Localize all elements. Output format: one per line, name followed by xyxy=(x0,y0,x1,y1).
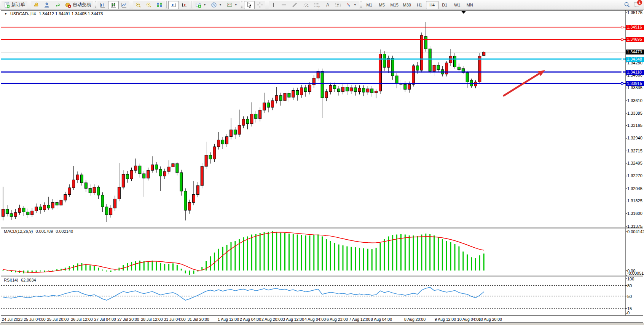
tile-windows-button[interactable] xyxy=(154,1,165,9)
timeframe-button-h4[interactable]: H4 xyxy=(426,1,438,9)
timeframe-button-m1[interactable]: M1 xyxy=(363,1,376,9)
alerts-button[interactable] xyxy=(31,1,41,9)
dropdown-caret-icon: ▼ xyxy=(219,3,222,6)
timeframe-group: M1M5M15M30H1H4D1W1MN xyxy=(363,1,476,9)
new-order-button[interactable]: 新订单 xyxy=(2,1,27,9)
horizontal-lines-group xyxy=(1,26,626,85)
zoom-out-button[interactable] xyxy=(143,1,154,9)
community-button[interactable] xyxy=(41,1,52,9)
hline-handle xyxy=(621,58,623,60)
date-axis-label: 6 Aug 23:00 xyxy=(327,317,348,322)
price-axis-tick: 1.32045 xyxy=(627,186,642,191)
periods-button[interactable]: ▼ xyxy=(209,1,224,9)
date-axis-label: 10 Aug 04:00 xyxy=(457,317,481,322)
auto-trading-button[interactable]: 自动交易 xyxy=(63,1,93,9)
date-axis-label: 9 Aug 12:00 xyxy=(435,317,456,322)
auto-scroll-button[interactable] xyxy=(168,1,179,9)
date-axis-label: 28 Jul 12:00 xyxy=(141,317,163,322)
text-tool-button[interactable]: A xyxy=(323,1,333,9)
arrows-tool-button[interactable]: ▼ xyxy=(343,1,359,9)
timeframe-button-h1[interactable]: H1 xyxy=(413,1,426,9)
auto-scroll-icon xyxy=(171,2,177,8)
macd-axis-tick: -0.000511 xyxy=(627,271,644,275)
macd-axis-tick: 0.004142 xyxy=(627,229,644,234)
toolbar-grip xyxy=(360,2,362,8)
new-order-icon xyxy=(4,2,10,8)
clock-icon xyxy=(211,2,217,8)
gold-icon xyxy=(33,2,39,8)
template-icon xyxy=(226,2,233,8)
current-price-badge: 1.34473 xyxy=(626,50,644,54)
svg-text:A: A xyxy=(326,2,329,8)
fibonacci-tool-button[interactable]: F xyxy=(311,1,323,9)
channel-tool-button[interactable]: E xyxy=(300,1,311,9)
rsi-pane-label: RSI(14) 62.0034 xyxy=(4,278,36,282)
auto-trading-icon xyxy=(65,2,71,8)
candlestick-chart-button[interactable] xyxy=(108,1,119,9)
line-chart-button[interactable] xyxy=(119,1,129,9)
toolbar-separator xyxy=(131,1,131,8)
vertical-line-icon xyxy=(271,2,276,8)
chart-canvas[interactable] xyxy=(0,0,644,325)
svg-text:F: F xyxy=(319,6,320,8)
timeframe-button-m30[interactable]: M30 xyxy=(401,1,413,9)
chart-shift-button[interactable] xyxy=(179,1,190,9)
price-level-badge: 1.34348 xyxy=(626,57,644,62)
price-axis-tick: 1.35175 xyxy=(627,10,642,15)
templates-button[interactable]: ▼ xyxy=(224,1,240,9)
horizontal-line-tool-button[interactable] xyxy=(279,1,289,9)
hline-handle xyxy=(621,71,623,73)
equidistant-channel-icon: E xyxy=(302,2,309,8)
price-axis-tick: 1.33165 xyxy=(627,123,642,128)
macd-signal-value: 0.002140 xyxy=(56,229,73,234)
vertical-line-tool-button[interactable] xyxy=(269,1,279,9)
toolbar-separator xyxy=(166,1,167,8)
timeframe-button-w1[interactable]: W1 xyxy=(451,1,464,9)
indicators-icon xyxy=(195,2,201,8)
toolbar-separator xyxy=(267,1,267,8)
timeframe-button-m5[interactable]: M5 xyxy=(376,1,388,9)
price-axis-tick: 1.32940 xyxy=(627,136,642,140)
fibonacci-icon: F xyxy=(314,2,320,8)
rsi-axis-tick: 0 xyxy=(627,311,630,315)
tile-windows-icon xyxy=(156,2,163,8)
dropdown-caret-icon: ▼ xyxy=(234,3,238,6)
timeframe-button-d1[interactable]: D1 xyxy=(438,1,451,9)
price-axis-tick: 1.31600 xyxy=(627,211,642,216)
price-axis-tick: 1.31825 xyxy=(627,199,642,203)
new-order-label: 新订单 xyxy=(11,2,25,8)
toolbar-right-group: 1 xyxy=(624,2,642,8)
chat-notification-icon[interactable]: 1 xyxy=(633,2,640,8)
trendline-icon xyxy=(292,2,298,8)
rsi-axis-tick: 100 xyxy=(627,277,634,281)
timeframe-button-mn[interactable]: MN xyxy=(464,1,476,9)
trendline-tool-button[interactable] xyxy=(289,1,300,9)
arrow-objects-icon xyxy=(346,2,352,8)
price-axis-tick: 1.33385 xyxy=(627,111,642,115)
indicators-button[interactable]: ▼ xyxy=(193,1,209,9)
line-chart-icon xyxy=(121,2,127,8)
timeframe-button-m15[interactable]: M15 xyxy=(388,1,401,9)
search-icon[interactable] xyxy=(624,2,630,8)
rsi-axis-tick: 80 xyxy=(627,283,632,288)
price-axis-tick: 1.33610 xyxy=(627,98,642,103)
text-label-tool-button[interactable]: T xyxy=(333,1,343,9)
price-level-badge: 1.33915 xyxy=(626,81,644,86)
price-level-badge: 1.34695 xyxy=(626,37,644,42)
crosshair-tool-button[interactable] xyxy=(255,1,265,9)
cursor-tool-button[interactable] xyxy=(244,1,255,9)
rsi-line xyxy=(3,287,484,300)
rsi-group xyxy=(1,285,626,308)
bar-chart-button[interactable] xyxy=(97,1,108,9)
date-axis-label: 3 Aug 12:00 xyxy=(283,317,304,322)
zoom-in-button[interactable] xyxy=(133,1,143,9)
price-axis-tick: 1.32495 xyxy=(627,161,642,165)
date-axis-label: 25 Jul 04:00 xyxy=(24,317,45,322)
date-axis-label: 10 Aug 20:00 xyxy=(478,317,502,322)
price-axis-tick: 1.33835 xyxy=(627,85,642,90)
date-axis-label: 31 Jul 04:00 xyxy=(164,317,185,322)
signals-button[interactable] xyxy=(52,1,63,9)
date-axis-label: 1 Aug 12:00 xyxy=(218,317,239,322)
toolbar-grip xyxy=(95,2,96,8)
date-axis-label: 25 Jul 20:00 xyxy=(47,317,69,322)
